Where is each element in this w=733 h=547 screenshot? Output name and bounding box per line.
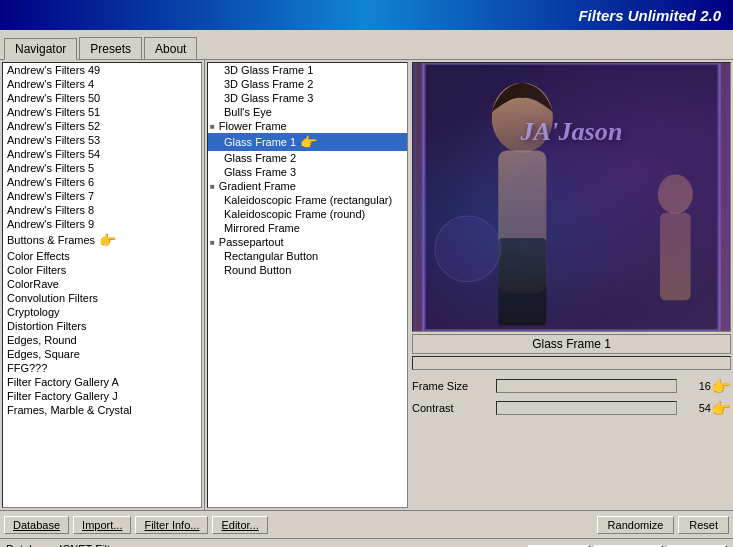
param-label: Contrast (412, 402, 492, 414)
sub-filter-item[interactable]: Glass Frame 1 👉 (208, 133, 407, 151)
filter-list-item[interactable]: Andrew's Filters 5 (3, 161, 201, 175)
randomize-button[interactable]: Randomize (597, 516, 675, 534)
editor-button[interactable]: Editor... (212, 516, 267, 534)
preview-scrollbar[interactable] (412, 356, 731, 370)
import-button[interactable]: Import... (73, 516, 131, 534)
sub-filter-item[interactable]: Mirrored Frame (208, 221, 407, 235)
sub-filter-item[interactable]: Gradient Frame (208, 179, 407, 193)
param-slider[interactable] (496, 401, 677, 415)
main-content: Andrew's Filters 49Andrew's Filters 4And… (0, 60, 733, 510)
sub-filter-item[interactable]: Rectangular Button (208, 249, 407, 263)
preview-area: JA'Jason (412, 62, 731, 332)
preview-name: Glass Frame 1 (412, 334, 731, 354)
svg-rect-8 (498, 238, 546, 325)
filter-list-item[interactable]: Andrew's Filters 7 (3, 189, 201, 203)
filter-list-item[interactable]: Andrew's Filters 51 (3, 105, 201, 119)
param-row: Contrast54👉 (412, 398, 731, 418)
param-label: Frame Size (412, 380, 492, 392)
filter-list-item[interactable]: Andrew's Filters 6 (3, 175, 201, 189)
filter-list-item[interactable]: Andrew's Filters 8 (3, 203, 201, 217)
svg-point-6 (492, 83, 553, 153)
svg-rect-10 (660, 213, 691, 300)
filter-list-item[interactable]: Frames, Marble & Crystal (3, 403, 201, 417)
filter-list-item[interactable]: Color Effects (3, 249, 201, 263)
param-value: 54 (681, 402, 711, 414)
tab-bar: Navigator Presets About (0, 30, 733, 60)
filter-list-item[interactable]: Buttons & Frames 👉 (3, 231, 201, 249)
filter-list[interactable]: Andrew's Filters 49Andrew's Filters 4And… (2, 62, 202, 508)
filter-list-item[interactable]: Andrew's Filters 4 (3, 77, 201, 91)
sub-filter-item[interactable]: Flower Frame (208, 119, 407, 133)
sub-filter-item[interactable]: Kaleidoscopic Frame (round) (208, 207, 407, 221)
filter-list-item[interactable]: Andrew's Filters 52 (3, 119, 201, 133)
param-arrow-icon: 👉 (711, 399, 731, 418)
sub-filter-item[interactable]: Round Button (208, 263, 407, 277)
title-bar: Filters Unlimited 2.0 (0, 0, 733, 30)
filter-info-button[interactable]: Filter Info... (135, 516, 208, 534)
sub-filter-item[interactable]: 3D Glass Frame 3 (208, 91, 407, 105)
svg-point-9 (658, 175, 693, 214)
sub-filter-item[interactable]: 3D Glass Frame 2 (208, 77, 407, 91)
svg-rect-0 (413, 63, 730, 331)
filter-list-item[interactable]: Andrew's Filters 49 (3, 63, 201, 77)
filter-list-item[interactable]: Andrew's Filters 53 (3, 133, 201, 147)
sub-filter-item[interactable]: Kaleidoscopic Frame (rectangular) (208, 193, 407, 207)
filter-list-item[interactable]: Filter Factory Gallery J (3, 389, 201, 403)
preview-image: JA'Jason (413, 63, 730, 331)
sub-filter-item[interactable]: 3D Glass Frame 1 (208, 63, 407, 77)
svg-rect-4 (719, 63, 730, 331)
status-database: Database: ICNET-Filters Filters: 2023 (6, 542, 125, 547)
param-arrow-icon: 👉 (711, 377, 731, 396)
tab-navigator[interactable]: Navigator (4, 38, 77, 60)
sub-filter-item[interactable]: Glass Frame 2 (208, 151, 407, 165)
params-area: Frame Size16👉Contrast54👉 (412, 374, 731, 420)
filter-list-item[interactable]: Color Filters (3, 263, 201, 277)
param-row: Frame Size16👉 (412, 376, 731, 396)
filter-list-item[interactable]: Andrew's Filters 54 (3, 147, 201, 161)
svg-text:JA'Jason: JA'Jason (520, 117, 623, 146)
filter-list-item[interactable]: Edges, Square (3, 347, 201, 361)
database-button[interactable]: Database (4, 516, 69, 534)
tab-about[interactable]: About (144, 37, 197, 59)
svg-rect-13 (424, 63, 719, 331)
filter-list-item[interactable]: FFG??? (3, 361, 201, 375)
bottom-toolbar: Database Import... Filter Info... Editor… (0, 510, 733, 538)
sub-filter-item[interactable]: Glass Frame 3 (208, 165, 407, 179)
filter-list-item[interactable]: Distortion Filters (3, 319, 201, 333)
sub-filter-item[interactable]: Passepartout (208, 235, 407, 249)
title-text: Filters Unlimited 2.0 (578, 7, 721, 24)
filter-list-item[interactable]: Convolution Filters (3, 291, 201, 305)
svg-rect-7 (498, 151, 546, 293)
param-slider[interactable] (496, 379, 677, 393)
sub-filter-list[interactable]: 3D Glass Frame 13D Glass Frame 23D Glass… (207, 62, 408, 508)
svg-rect-3 (413, 63, 424, 331)
filter-list-item[interactable]: Edges, Round (3, 333, 201, 347)
filter-list-item[interactable]: Cryptology (3, 305, 201, 319)
svg-rect-5 (424, 63, 719, 331)
right-panel: JA'Jason Glass Frame 1 Frame Size16👉Cont… (410, 60, 733, 510)
filter-list-item[interactable]: Andrew's Filters 9 (3, 217, 201, 231)
middle-panel: 3D Glass Frame 13D Glass Frame 23D Glass… (205, 60, 410, 510)
left-panel: Andrew's Filters 49Andrew's Filters 4And… (0, 60, 205, 510)
filter-list-item[interactable]: ColorRave (3, 277, 201, 291)
param-value: 16 (681, 380, 711, 392)
tab-presets[interactable]: Presets (79, 37, 142, 59)
status-bar: Database: ICNET-Filters Filters: 2023 👉 … (0, 538, 733, 547)
svg-point-12 (435, 216, 501, 282)
reset-button[interactable]: Reset (678, 516, 729, 534)
sub-filter-item[interactable]: Bull's Eye (208, 105, 407, 119)
filter-list-item[interactable]: Andrew's Filters 50 (3, 91, 201, 105)
filter-list-item[interactable]: Filter Factory Gallery A (3, 375, 201, 389)
